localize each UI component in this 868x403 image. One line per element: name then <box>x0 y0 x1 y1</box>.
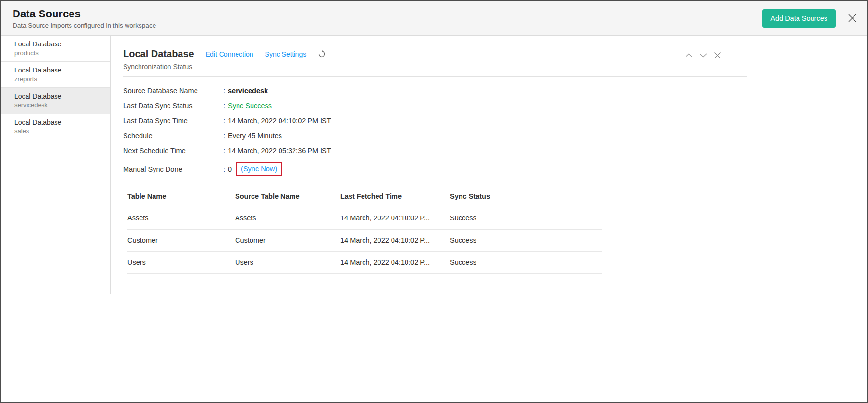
tables-sync-table: Table Name Source Table Name Last Fetche… <box>127 190 602 274</box>
content-area: Local Database products Local Database z… <box>1 36 867 402</box>
table-row: Assets Assets 14 March, 2022 04:10:02 P.… <box>127 207 602 230</box>
col-header-source-table-name: Source Table Name <box>235 190 340 207</box>
detail-row-next-schedule-time: Next Schedule Time : 14 March, 2022 05:3… <box>123 144 747 158</box>
data-source-detail-panel: Local Database Edit Connection Sync Sett… <box>111 36 867 274</box>
close-icon-glyph <box>847 13 857 23</box>
detail-label: Source Database Name <box>123 87 224 95</box>
sync-status-value: Sync Success <box>228 102 272 110</box>
detail-value: servicedesk <box>228 87 268 95</box>
sidebar-item-title: Local Database <box>14 40 104 48</box>
add-data-sources-button[interactable]: Add Data Sources <box>762 9 836 28</box>
cell-source-table-name: Assets <box>235 207 340 230</box>
detail-label: Manual Sync Done <box>123 165 224 173</box>
cell-last-fetched-time: 14 March, 2022 04:10:02 P... <box>340 252 450 274</box>
detail-row-last-data-sync-status: Last Data Sync Status : Sync Success <box>123 99 747 114</box>
chevron-down-icon[interactable] <box>699 53 708 58</box>
cell-sync-status: Success <box>450 230 602 252</box>
panel-title: Local Database <box>123 48 194 59</box>
data-sources-page: Data Sources Data Source imports configu… <box>0 0 868 403</box>
sidebar-item-title: Local Database <box>14 92 104 100</box>
sync-details: Source Database Name : servicedesk Last … <box>123 84 747 180</box>
refresh-icon-glyph <box>318 50 326 58</box>
sidebar-item-subtitle: servicedesk <box>14 101 104 109</box>
detail-row-last-data-sync-time: Last Data Sync Time : 14 March, 2022 04:… <box>123 114 747 129</box>
manual-sync-count: 0 <box>228 165 232 173</box>
detail-value: Every 45 Minutes <box>228 132 282 140</box>
edit-connection-link[interactable]: Edit Connection <box>206 50 253 58</box>
detail-label: Last Data Sync Status <box>123 102 224 110</box>
sidebar-item-products[interactable]: Local Database products <box>1 36 110 62</box>
col-header-sync-status: Sync Status <box>450 190 602 207</box>
sidebar-item-sales[interactable]: Local Database sales <box>1 114 110 140</box>
colon-separator: : <box>224 87 225 95</box>
sidebar-item-title: Local Database <box>14 66 104 74</box>
cell-table-name: Assets <box>127 207 235 230</box>
colon-separator: : <box>224 132 225 140</box>
sidebar-item-servicedesk[interactable]: Local Database servicedesk <box>1 88 110 114</box>
table-header-row: Table Name Source Table Name Last Fetche… <box>127 190 602 207</box>
sidebar-item-title: Local Database <box>14 118 104 126</box>
cell-last-fetched-time: 14 March, 2022 04:10:02 P... <box>340 230 450 252</box>
sidebar-item-zreports[interactable]: Local Database zreports <box>1 62 110 88</box>
cell-table-name: Customer <box>127 230 235 252</box>
sync-settings-link[interactable]: Sync Settings <box>265 50 307 58</box>
page-header: Data Sources Data Source imports configu… <box>1 1 867 36</box>
cell-table-name: Users <box>127 252 235 274</box>
detail-label: Last Data Sync Time <box>123 117 224 125</box>
detail-label: Schedule <box>123 132 224 140</box>
panel-nav-icons <box>685 51 722 59</box>
col-header-last-fetched-time: Last Fetched Time <box>340 190 450 207</box>
cell-sync-status: Success <box>450 207 602 230</box>
data-source-list: Local Database products Local Database z… <box>1 36 111 294</box>
chevron-up-icon[interactable] <box>685 53 693 58</box>
panel-header: Local Database Edit Connection Sync Sett… <box>123 48 747 59</box>
cell-source-table-name: Customer <box>235 230 340 252</box>
table-row: Customer Customer 14 March, 2022 04:10:0… <box>127 230 602 252</box>
page-header-text: Data Sources Data Source imports configu… <box>13 8 762 29</box>
cell-last-fetched-time: 14 March, 2022 04:10:02 P... <box>340 207 450 230</box>
sync-now-link[interactable]: (Sync Now) <box>241 165 277 173</box>
panel-subtitle: Synchronization Status <box>123 63 747 71</box>
detail-label: Next Schedule Time <box>123 147 224 155</box>
sidebar-item-subtitle: products <box>14 49 104 57</box>
col-header-table-name: Table Name <box>127 190 235 207</box>
table-row: Users Users 14 March, 2022 04:10:02 P...… <box>127 252 602 274</box>
refresh-icon[interactable] <box>318 50 326 58</box>
detail-row-manual-sync-done: Manual Sync Done : 0 (Sync Now) <box>123 158 747 180</box>
sidebar-item-subtitle: sales <box>14 128 104 135</box>
colon-separator: : <box>224 117 225 125</box>
page-subtitle: Data Source imports configured in this w… <box>13 22 762 29</box>
colon-separator: : <box>224 165 225 173</box>
detail-value: 14 March, 2022 04:10:02 PM IST <box>228 117 331 125</box>
sync-now-highlight-box: (Sync Now) <box>236 162 282 176</box>
cell-source-table-name: Users <box>235 252 340 274</box>
detail-value: 14 March, 2022 05:32:36 PM IST <box>228 147 331 155</box>
close-icon[interactable] <box>847 13 857 23</box>
sidebar-item-subtitle: zreports <box>14 75 104 83</box>
cell-sync-status: Success <box>450 252 602 274</box>
panel-close-icon[interactable] <box>714 51 722 59</box>
colon-separator: : <box>224 102 225 110</box>
divider <box>123 76 747 77</box>
detail-row-schedule: Schedule : Every 45 Minutes <box>123 129 747 144</box>
page-title: Data Sources <box>13 8 762 20</box>
detail-row-source-database-name: Source Database Name : servicedesk <box>123 84 747 99</box>
colon-separator: : <box>224 147 225 155</box>
